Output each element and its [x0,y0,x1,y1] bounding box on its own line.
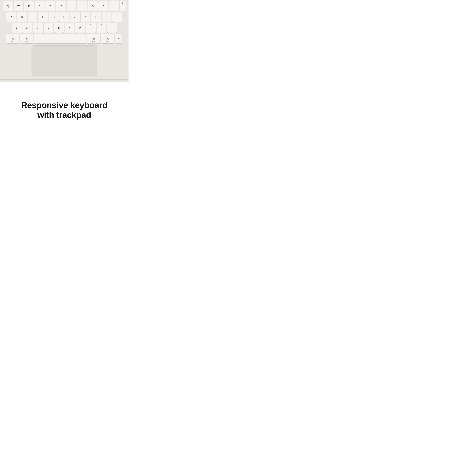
caption-text: Responsive keyboard with trackpad [21,100,107,120]
key-arrow-left[interactable]: ◄ [115,34,122,43]
key-a[interactable]: A [6,12,16,22]
page-wrapper: Q W E R T Y U I O P { [ [ A [0,0,129,129]
key-l[interactable]: L [91,12,101,22]
key-u[interactable]: U [67,1,76,11]
key-cmd-left[interactable]: ⌘ cmd [20,34,33,43]
key-slash[interactable]: ? / [107,23,117,33]
key-g[interactable]: G [49,12,59,22]
key-b[interactable]: B [54,23,64,33]
caption-line1: Responsive keyboard [21,100,107,110]
key-k[interactable]: K [81,12,90,22]
key-i[interactable]: I [77,1,87,11]
key-e[interactable]: E [24,1,34,11]
key-m[interactable]: M [75,23,85,33]
key-brace[interactable]: { [ [109,1,119,11]
key-y[interactable]: Y [56,1,66,11]
caption-line2: with trackpad [37,110,91,120]
key-bracket-partial[interactable]: [ [119,1,126,11]
key-o[interactable]: O [88,1,98,11]
caption-section: Responsive keyboard with trackpad [0,82,129,129]
key-row-zxcv: Z X C V B N M < , > . ? / [0,23,129,33]
key-row-asdf: A S D F G H J K L : ; " ' [0,12,129,22]
key-row-qwerty: Q W E R T Y U I O P { [ [ [0,1,129,11]
keyboard-bottom-bar [0,79,129,80]
key-option-left[interactable]: ⌥ option [6,34,19,43]
keyboard-section: Q W E R T Y U I O P { [ [ A [0,0,129,82]
key-t[interactable]: T [46,1,55,11]
key-f[interactable]: F [38,12,48,22]
key-row-bottom: ⌥ option ⌘ cmd ⌘ cmd ⌥ option ◄ [0,34,129,43]
key-cmd-right[interactable]: ⌘ cmd [87,34,101,43]
trackpad-wrapper [0,43,129,79]
key-space[interactable] [34,34,86,43]
key-comma[interactable]: < , [86,23,96,33]
key-w[interactable]: W [14,1,23,11]
key-c[interactable]: C [33,23,43,33]
key-s[interactable]: S [17,12,27,22]
key-n[interactable]: N [65,23,74,33]
key-j[interactable]: J [70,12,80,22]
key-quote[interactable]: " ' [112,12,122,22]
key-semicolon[interactable]: : ; [102,12,112,22]
key-period[interactable]: > . [97,23,106,33]
key-q[interactable]: Q [3,1,13,11]
key-h[interactable]: H [59,12,69,22]
key-z[interactable]: Z [12,23,21,33]
key-x[interactable]: X [22,23,32,33]
keyboard-area: Q W E R T Y U I O P { [ [ A [0,0,129,43]
key-r[interactable]: R [35,1,45,11]
trackpad[interactable] [32,46,97,76]
key-p[interactable]: P [98,1,108,11]
key-d[interactable]: D [28,12,37,22]
key-option-right[interactable]: ⌥ option [101,34,114,43]
key-v[interactable]: V [44,23,53,33]
